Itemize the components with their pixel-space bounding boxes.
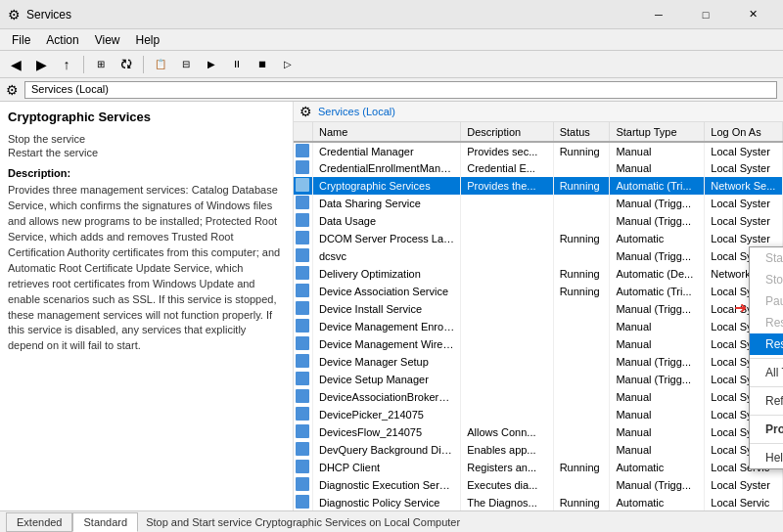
table-row[interactable]: DCOM Server Process Launch...RunningAuto… bbox=[294, 230, 783, 247]
menu-action[interactable]: Action bbox=[38, 29, 86, 50]
service-icon-cell bbox=[294, 159, 312, 177]
table-cell: Credential E... bbox=[461, 159, 553, 177]
table-row[interactable]: DHCP ClientRegisters an...RunningAutomat… bbox=[294, 459, 783, 476]
table-cell: Manual bbox=[610, 335, 705, 353]
table-row[interactable]: Diagnostic Execution ServiceExecutes dia… bbox=[294, 476, 783, 494]
table-cell bbox=[461, 388, 553, 406]
table-cell: Running bbox=[553, 177, 610, 195]
maximize-button[interactable]: □ bbox=[683, 0, 728, 29]
toolbar-btn7[interactable]: ⏹ bbox=[251, 54, 274, 75]
toolbar-forward[interactable]: ▶ bbox=[29, 54, 53, 75]
table-row[interactable]: Data UsageManual (Trigg...Local Syster bbox=[294, 212, 783, 230]
toolbar-sep-1 bbox=[83, 56, 84, 73]
service-icon-cell bbox=[294, 353, 312, 371]
table-row[interactable]: Device Association ServiceRunningAutomat… bbox=[294, 283, 783, 300]
restart-service-link[interactable]: Restart bbox=[8, 147, 42, 158]
table-row[interactable]: Credential ManagerProvides sec...Running… bbox=[294, 142, 783, 159]
service-icon-cell bbox=[294, 335, 312, 353]
table-cell: DeviceAssociationBroker_214... bbox=[312, 388, 460, 406]
status-tabs: Extended Standard bbox=[6, 512, 138, 532]
table-cell: Running bbox=[553, 265, 610, 283]
table-cell: Running bbox=[553, 459, 610, 476]
context-sep-4 bbox=[750, 443, 783, 444]
table-row[interactable]: CredentialEnrollmentManagerUserSvc_...Cr… bbox=[294, 159, 783, 177]
close-button[interactable]: ✕ bbox=[730, 0, 775, 29]
col-header-status[interactable]: Status bbox=[553, 122, 610, 142]
table-cell bbox=[461, 318, 553, 335]
context-stop[interactable]: Stop bbox=[750, 269, 783, 290]
table-row[interactable]: Device Install ServiceManual (Trigg...Lo… bbox=[294, 300, 783, 318]
table-row[interactable]: DevicesFlow_214075Allows Conn...ManualLo… bbox=[294, 423, 783, 441]
toolbar-show-hide[interactable]: ⊞ bbox=[89, 54, 113, 75]
col-header-startup[interactable]: Startup Type bbox=[610, 122, 705, 142]
minimize-button[interactable]: ─ bbox=[636, 0, 681, 29]
table-row[interactable]: Data Sharing ServiceManual (Trigg...Loca… bbox=[294, 195, 783, 212]
table-row[interactable]: Device Manager SetupManual (Trigg...Loca… bbox=[294, 353, 783, 371]
table-cell: DevQuery Background Discovery Broker bbox=[312, 441, 460, 459]
context-properties[interactable]: Properties bbox=[750, 419, 783, 440]
table-row[interactable]: Device Management Wireless...ManualLocal… bbox=[294, 335, 783, 353]
table-cell: Data Usage bbox=[312, 212, 460, 230]
table-cell bbox=[553, 371, 610, 388]
stop-service-link[interactable]: Stop bbox=[8, 133, 30, 145]
tree-nav-label[interactable]: Services (Local) bbox=[318, 106, 395, 117]
service-icon bbox=[296, 372, 309, 385]
tab-standard[interactable]: Standard bbox=[72, 512, 138, 532]
title-bar: ⚙ Services ─ □ ✕ bbox=[0, 0, 783, 29]
tab-extended[interactable]: Extended bbox=[6, 512, 72, 532]
menu-help[interactable]: Help bbox=[128, 29, 168, 50]
table-row[interactable]: Device Management Enrollm...ManualLocal … bbox=[294, 318, 783, 335]
context-resume[interactable]: Resume bbox=[750, 312, 783, 333]
menu-view[interactable]: View bbox=[87, 29, 128, 50]
context-start[interactable]: Start bbox=[750, 247, 783, 269]
service-icon-cell bbox=[294, 476, 312, 494]
menu-file[interactable]: File bbox=[4, 29, 38, 50]
context-restart[interactable]: Restart bbox=[750, 333, 783, 355]
toolbar-refresh[interactable]: 🗘 bbox=[115, 54, 138, 75]
table-row[interactable]: DevQuery Background Discovery BrokerEnab… bbox=[294, 441, 783, 459]
service-icon-cell bbox=[294, 441, 312, 459]
service-icon bbox=[296, 248, 309, 262]
col-header-desc[interactable]: Description bbox=[461, 122, 553, 142]
table-cell: Device Install Service bbox=[312, 300, 460, 318]
col-header-icon[interactable] bbox=[294, 122, 312, 142]
col-header-logon[interactable]: Log On As bbox=[705, 122, 783, 142]
address-value: Services (Local) bbox=[24, 81, 777, 99]
service-icon bbox=[296, 424, 309, 438]
toolbar-btn4[interactable]: ⊟ bbox=[174, 54, 198, 75]
toolbar-btn6[interactable]: ⏸ bbox=[225, 54, 249, 75]
table-row[interactable]: DeviceAssociationBroker_214...ManualLoca… bbox=[294, 388, 783, 406]
status-text: Stop and Start service Cryptographic Ser… bbox=[146, 516, 460, 528]
toolbar-back[interactable]: ◀ bbox=[4, 54, 27, 75]
toolbar-btn3[interactable]: 📋 bbox=[149, 54, 172, 75]
table-cell: The Diagnos... bbox=[461, 494, 553, 510]
table-row[interactable]: Diagnostic Policy ServiceThe Diagnos...R… bbox=[294, 494, 783, 510]
toolbar-btn8[interactable]: ▷ bbox=[276, 54, 299, 75]
context-refresh[interactable]: Refresh bbox=[750, 390, 783, 412]
service-icon bbox=[296, 160, 309, 174]
table-row[interactable]: DevicePicker_214075ManualLocal Syster bbox=[294, 406, 783, 423]
table-cell: DevicePicker_214075 bbox=[312, 406, 460, 423]
context-pause[interactable]: Pause bbox=[750, 290, 783, 312]
service-icon-cell bbox=[294, 195, 312, 212]
table-cell: Local Servic bbox=[705, 494, 783, 510]
service-icon bbox=[296, 266, 309, 280]
table-row[interactable]: Device Setup ManagerManual (Trigg...Loca… bbox=[294, 371, 783, 388]
services-table: Name Description Status Startup Type Log… bbox=[294, 122, 783, 510]
toolbar-up[interactable]: ↑ bbox=[55, 54, 78, 75]
main-content: Cryptographic Services Stop the service … bbox=[0, 102, 783, 510]
services-table-container[interactable]: Name Description Status Startup Type Log… bbox=[294, 122, 783, 510]
table-row[interactable]: Cryptographic ServicesProvides the...Run… bbox=[294, 177, 783, 195]
table-row[interactable]: Delivery OptimizationRunningAutomatic (D… bbox=[294, 265, 783, 283]
table-cell: Diagnostic Execution Service bbox=[312, 476, 460, 494]
context-help[interactable]: Help bbox=[750, 447, 783, 468]
toolbar-btn5[interactable]: ▶ bbox=[200, 54, 223, 75]
table-cell bbox=[461, 335, 553, 353]
table-row[interactable]: dcsvcManual (Trigg...Local Syster bbox=[294, 247, 783, 265]
table-cell bbox=[461, 247, 553, 265]
col-header-name[interactable]: Name bbox=[312, 122, 460, 142]
table-cell: Local Syster bbox=[705, 476, 783, 494]
table-cell: Device Manager Setup bbox=[312, 353, 460, 371]
context-all-tasks[interactable]: All Tasks ▶ bbox=[750, 362, 783, 383]
table-cell: Network Se... bbox=[705, 177, 783, 195]
